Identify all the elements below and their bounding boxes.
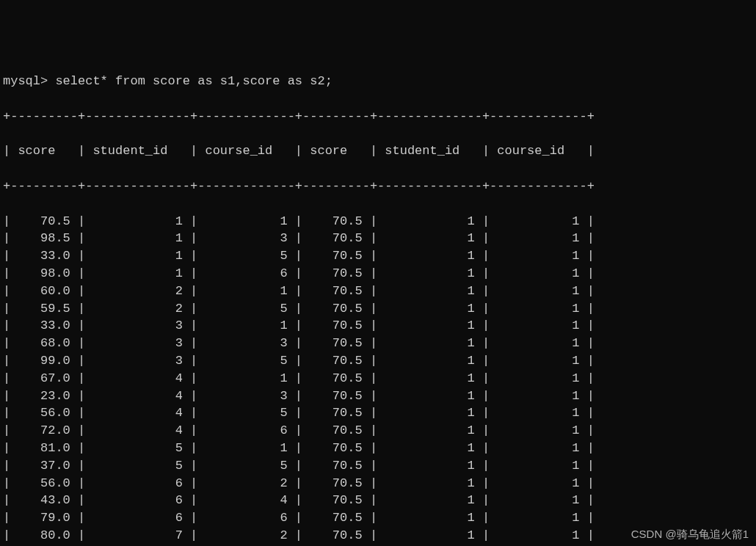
table-row: | 67.0 | 4 | 1 | 70.5 | 1 | 1 | [3, 370, 756, 387]
table-row: | 56.0 | 4 | 5 | 70.5 | 1 | 1 | [3, 404, 756, 422]
table-row: | 37.0 | 5 | 5 | 70.5 | 1 | 1 | [3, 457, 756, 475]
table-row: | 60.0 | 2 | 1 | 70.5 | 1 | 1 | [3, 283, 756, 300]
table-row: | 98.5 | 1 | 3 | 70.5 | 1 | 1 | [3, 230, 756, 247]
table-row: | 81.0 | 5 | 1 | 70.5 | 1 | 1 | [3, 440, 756, 457]
table-row: | 59.5 | 2 | 5 | 70.5 | 1 | 1 | [3, 300, 756, 318]
table-rows-container: | 70.5 | 1 | 1 | 70.5 | 1 | 1 || 98.5 | … [3, 213, 756, 546]
table-header-row: | score | student_id | course_id | score… [3, 142, 756, 160]
table-row: | 72.0 | 4 | 6 | 70.5 | 1 | 1 | [3, 422, 756, 440]
table-row: | 99.0 | 3 | 5 | 70.5 | 1 | 1 | [3, 352, 756, 370]
table-row: | 33.0 | 3 | 1 | 70.5 | 1 | 1 | [3, 317, 756, 335]
table-row: | 79.0 | 6 | 6 | 70.5 | 1 | 1 | [3, 509, 756, 527]
table-row: | 98.0 | 1 | 6 | 70.5 | 1 | 1 | [3, 265, 756, 283]
table-row: | 70.5 | 1 | 1 | 70.5 | 1 | 1 | [3, 213, 756, 230]
table-row: | 43.0 | 6 | 4 | 70.5 | 1 | 1 | [3, 492, 756, 509]
table-row: | 68.0 | 3 | 3 | 70.5 | 1 | 1 | [3, 335, 756, 352]
table-row: | 56.0 | 6 | 2 | 70.5 | 1 | 1 | [3, 475, 756, 492]
mysql-prompt: mysql> select* from score as s1,score as… [3, 73, 756, 90]
table-header-separator: +---------+--------------+-------------+… [3, 178, 756, 195]
table-top-border: +---------+--------------+-------------+… [3, 108, 756, 125]
csdn-watermark: CSDN @骑乌龟追火箭1 [631, 526, 749, 542]
table-row: | 23.0 | 4 | 3 | 70.5 | 1 | 1 | [3, 387, 756, 405]
table-row: | 33.0 | 1 | 5 | 70.5 | 1 | 1 | [3, 247, 756, 265]
